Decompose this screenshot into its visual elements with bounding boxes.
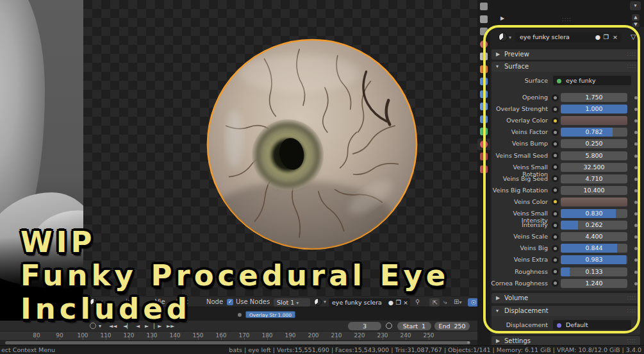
- shader-node-dot-icon: [557, 79, 561, 83]
- property-value: 0.133: [561, 267, 627, 276]
- tab-view-layer-icon[interactable]: [480, 40, 488, 48]
- decorator-toggle[interactable]: [552, 268, 559, 275]
- scroll-chevron-button[interactable]: ▾: [630, 1, 641, 10]
- color-swatch[interactable]: [561, 198, 627, 206]
- property-slider[interactable]: 0.844: [561, 244, 627, 253]
- eyeball-render[interactable]: [204, 37, 420, 253]
- decorator-toggle[interactable]: [552, 152, 559, 159]
- shield-icon[interactable]: ●: [595, 32, 600, 42]
- decorator-toggle[interactable]: [552, 94, 559, 101]
- filter-funnel-icon[interactable]: ▽: [631, 33, 636, 41]
- keyframe-dot[interactable]: [634, 166, 638, 169]
- tab-render-icon[interactable]: [480, 15, 488, 23]
- property-slider[interactable]: 1.000: [561, 105, 627, 114]
- color-swatch[interactable]: [561, 116, 627, 125]
- timeline-ruler[interactable]: 8090100110120130140150160170180190200210…: [0, 332, 477, 340]
- material-name-field[interactable]: eye funky sclera ● ❐ ×: [515, 32, 621, 42]
- decorator-toggle[interactable]: [552, 280, 559, 287]
- scroll-up-button[interactable]: ▲: [632, 14, 640, 21]
- decorator-toggle[interactable]: [552, 233, 559, 240]
- decorator-toggle[interactable]: [552, 117, 559, 124]
- property-row: Roughness0.133: [490, 266, 644, 278]
- property-number-field[interactable]: 0.250: [561, 139, 627, 148]
- panel-grip-icon[interactable]: ::::: [627, 306, 636, 316]
- overlay-toggle-active-icon[interactable]: ☉: [468, 298, 478, 307]
- decorator-toggle[interactable]: [552, 245, 559, 252]
- decorator-toggle[interactable]: [552, 257, 559, 264]
- property-number-field[interactable]: 32.500: [561, 163, 627, 172]
- property-slider[interactable]: 0.782: [561, 128, 627, 137]
- property-slider[interactable]: 0.262: [561, 221, 627, 230]
- decorator-toggle[interactable]: [552, 210, 559, 217]
- scrollbar-zoom-handle[interactable]: [467, 341, 470, 344]
- panel-displacement[interactable]: ▾Displacement ::::: [491, 306, 640, 316]
- property-value: 1.750: [561, 93, 627, 102]
- keyframe-dot[interactable]: [634, 282, 638, 285]
- property-number-field[interactable]: 1.240: [561, 279, 627, 288]
- property-number-field[interactable]: 4.710: [561, 174, 627, 183]
- keyframe-dot[interactable]: [634, 131, 638, 134]
- tab-object-data-icon[interactable]: [480, 128, 488, 135]
- tab-material-icon[interactable]: [480, 140, 488, 148]
- panel-grip-icon[interactable]: ::::: [627, 62, 636, 72]
- decorator-toggle[interactable]: [552, 175, 559, 182]
- close-icon[interactable]: ×: [613, 32, 618, 42]
- tab-tool-icon[interactable]: [480, 3, 488, 10]
- panel-surface[interactable]: ▾Surface ::::: [491, 62, 640, 72]
- tab-physics-icon[interactable]: [480, 103, 488, 110]
- property-number-field[interactable]: 4.400: [561, 232, 627, 241]
- decorator-toggle[interactable]: [552, 129, 559, 136]
- copy-icon[interactable]: ❐: [603, 32, 609, 42]
- keyframe-dot[interactable]: [634, 224, 638, 227]
- decorator-toggle[interactable]: [552, 222, 559, 229]
- tab-scene-icon[interactable]: [480, 53, 488, 60]
- keyframe-dot[interactable]: [634, 96, 638, 99]
- property-row: Opening1.750: [490, 92, 644, 103]
- snap-grid-icon[interactable]: ⊞▾: [454, 298, 461, 306]
- keyframe-dot[interactable]: [634, 271, 638, 274]
- displacement-field[interactable]: Default: [553, 320, 631, 330]
- keyframe-dot[interactable]: [634, 189, 638, 192]
- material-browse-chevron-icon[interactable]: ▾: [509, 35, 511, 40]
- tab-texture2-icon[interactable]: [480, 165, 488, 173]
- panel-grip-icon[interactable]: ::::: [562, 17, 572, 22]
- keyframe-dot[interactable]: [634, 155, 638, 158]
- timeline-scrollbar[interactable]: [0, 340, 477, 345]
- decorator-toggle[interactable]: [552, 140, 559, 148]
- keyframe-dot[interactable]: [634, 258, 638, 262]
- decorator-toggle[interactable]: [552, 187, 559, 194]
- tab-constraints-icon[interactable]: [480, 115, 488, 123]
- material-sphere-icon[interactable]: [499, 33, 508, 42]
- surface-shader-field[interactable]: eye funky: [553, 76, 631, 85]
- decorator-toggle[interactable]: [552, 164, 559, 171]
- collapsed-panel-arrow-icon[interactable]: ▶: [500, 15, 504, 21]
- property-number-field[interactable]: 5.800: [561, 151, 627, 160]
- panel-volume[interactable]: ▶Volume ::::: [491, 293, 640, 303]
- property-number-field[interactable]: 10.400: [561, 186, 627, 195]
- panel-grip-icon[interactable]: ::::: [627, 293, 636, 303]
- keyframe-dot[interactable]: [634, 201, 638, 204]
- property-slider[interactable]: 0.133: [561, 267, 627, 276]
- panel-grip-icon[interactable]: ::::: [627, 49, 636, 60]
- tab-output-icon[interactable]: [480, 28, 488, 35]
- decorator-toggle[interactable]: [552, 106, 559, 113]
- property-slider[interactable]: 0.830: [561, 209, 627, 218]
- property-number-field[interactable]: 1.750: [561, 93, 627, 102]
- keyframe-dot[interactable]: [634, 108, 638, 111]
- timeline-scrollbar-thumb[interactable]: [5, 341, 470, 344]
- property-label: Veins Big Rotation: [490, 187, 548, 194]
- keyframe-dot[interactable]: [634, 178, 638, 181]
- keyframe-dot[interactable]: [634, 247, 638, 250]
- keyframe-dot[interactable]: [634, 212, 638, 215]
- keyframe-dot[interactable]: [634, 142, 638, 146]
- scroll-down-button[interactable]: ▼: [632, 22, 640, 27]
- keyframe-dot[interactable]: [634, 119, 638, 122]
- keyframe-dot[interactable]: [634, 235, 638, 239]
- decorator-toggle[interactable]: [552, 198, 559, 205]
- tab-particles-icon[interactable]: [480, 90, 488, 98]
- tab-object-icon[interactable]: [480, 65, 488, 73]
- property-slider[interactable]: 0.983: [561, 255, 627, 264]
- tab-modifiers-icon[interactable]: [480, 78, 488, 85]
- panel-preview[interactable]: ▶Preview ::::: [491, 49, 640, 60]
- tab-texture-icon[interactable]: [480, 153, 488, 160]
